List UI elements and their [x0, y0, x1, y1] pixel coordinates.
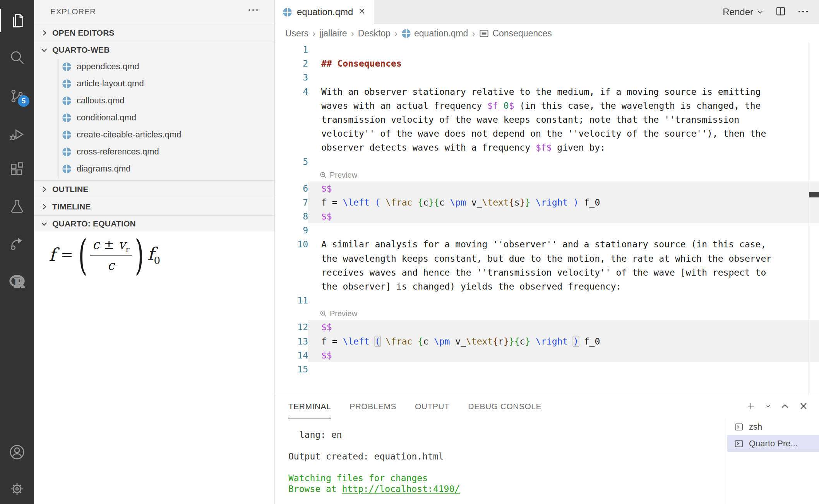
panel-tab-debug-console[interactable]: DEBUG CONSOLE: [468, 395, 541, 418]
line-content[interactable]: [308, 362, 819, 376]
explorer-icon[interactable]: [0, 9, 34, 32]
editor-line: 14$$: [275, 348, 819, 362]
file-list: appendices.qmdarticle-layout.qmdcallouts…: [34, 58, 274, 177]
open-editors-section[interactable]: OPEN EDITORS: [34, 24, 274, 41]
panel-tab-problems[interactable]: PROBLEMS: [350, 395, 396, 418]
explorer-more-actions-icon[interactable]: [247, 7, 259, 14]
panel-tab-terminal[interactable]: TERMINAL: [288, 395, 331, 418]
equation-rhs: f0: [147, 243, 160, 266]
close-panel-icon[interactable]: [798, 401, 809, 413]
line-number: [275, 307, 308, 320]
outline-section[interactable]: OUTLINE: [34, 180, 274, 197]
new-terminal-icon[interactable]: [745, 401, 756, 413]
line-content[interactable]: [308, 70, 819, 84]
svg-text:R: R: [14, 276, 25, 291]
account-icon[interactable]: [0, 441, 34, 464]
terminal-output[interactable]: lang: enOutput created: equation.htmlWat…: [275, 418, 727, 504]
breadcrumb-item[interactable]: Consequences: [492, 28, 552, 39]
editor-line: 1: [275, 43, 819, 57]
run-debug-icon[interactable]: [0, 123, 34, 146]
line-content[interactable]: $$: [308, 182, 819, 195]
line-content[interactable]: velocity'' of the wave does not depend o…: [308, 127, 819, 141]
editor-group: equation.qmd Render Users›jjallaire›Desk…: [275, 0, 819, 504]
tab-bar: equation.qmd Render: [275, 0, 819, 24]
equation-lhs: f: [49, 244, 55, 265]
line-number: [275, 252, 308, 266]
file-name: article-layout.qmd: [77, 79, 144, 89]
breadcrumb-separator: ›: [472, 28, 475, 39]
terminal-line: lang: en: [288, 429, 727, 440]
timeline-section[interactable]: TIMELINE: [34, 198, 274, 215]
terminal-text: Browse at: [288, 484, 342, 494]
line-content[interactable]: f = \left ( \frac {c}{c \pm v_\text{s}} …: [308, 195, 819, 209]
quarto-file-icon: [62, 164, 72, 174]
render-button[interactable]: Render: [723, 7, 764, 17]
line-content[interactable]: [308, 293, 819, 307]
quarto-file-icon: [283, 7, 292, 17]
quarto-equation-section[interactable]: QUARTO: EQUATION: [34, 215, 274, 231]
editor-line: the observer] is changed) yields the obs…: [275, 279, 819, 293]
file-item[interactable]: conditional.qmd: [34, 109, 274, 126]
terminal-link[interactable]: http://localhost:4190/: [342, 484, 460, 494]
file-item[interactable]: cross-references.qmd: [34, 143, 274, 160]
line-content[interactable]: the wavelength keeps constant, but due t…: [308, 252, 819, 266]
r-language-icon[interactable]: R: [0, 270, 34, 293]
line-content[interactable]: transmission velocity of the wave keeps …: [308, 113, 819, 127]
line-content[interactable]: the observer] is changed) yields the obs…: [308, 279, 819, 293]
line-content[interactable]: observer detects waves with a frequency …: [308, 141, 819, 154]
quarto-file-icon: [283, 7, 292, 17]
tab-equation-qmd[interactable]: equation.qmd: [275, 0, 374, 24]
preview-codelens[interactable]: Preview: [308, 307, 819, 320]
terminal-text: Output created: equation.html: [288, 451, 444, 461]
line-content[interactable]: A similar analysis for a moving ''observ…: [308, 237, 819, 251]
file-item[interactable]: appendices.qmd: [34, 58, 274, 75]
chevron-right-icon: [40, 185, 48, 194]
split-editor-icon[interactable]: [775, 5, 786, 19]
file-item[interactable]: article-layout.qmd: [34, 75, 274, 92]
line-number: [275, 279, 308, 293]
breadcrumb-item[interactable]: Users: [285, 28, 308, 39]
sidebar-title: EXPLORER: [50, 7, 96, 16]
quarto-file-icon: [62, 130, 72, 140]
settings-gear-icon[interactable]: [0, 477, 34, 501]
editor-line: 2## Consequences: [275, 57, 819, 70]
terminal-instance[interactable]: Quarto Pre...: [727, 435, 819, 452]
editor-line: 12$$: [275, 320, 819, 334]
line-content[interactable]: waves with an actual frequency $f_0$ (in…: [308, 99, 819, 113]
line-content[interactable]: With an observer stationary relative to …: [308, 85, 819, 99]
tab-close-icon[interactable]: [358, 7, 366, 17]
workspace-section[interactable]: QUARTO-WEB: [34, 41, 274, 58]
file-item[interactable]: callouts.qmd: [34, 92, 274, 109]
preview-codelens[interactable]: Preview: [308, 169, 819, 182]
breadcrumb-item[interactable]: jjallaire: [319, 28, 347, 39]
line-content[interactable]: $$: [308, 348, 819, 362]
overview-ruler-cursor-marker[interactable]: [809, 192, 819, 197]
file-item[interactable]: diagrams.qmd: [34, 160, 274, 177]
terminal-instance[interactable]: zsh: [727, 418, 819, 435]
line-number: 11: [275, 293, 308, 307]
text-editor[interactable]: 12## Consequences34With an observer stat…: [275, 43, 819, 395]
maximize-panel-icon[interactable]: [780, 401, 790, 413]
breadcrumb-item[interactable]: Desktop: [358, 28, 391, 39]
chevron-down-icon: [756, 8, 764, 16]
line-content[interactable]: $$: [308, 209, 819, 223]
source-control-icon[interactable]: 5: [0, 84, 34, 108]
panel-tab-output[interactable]: OUTPUT: [415, 395, 449, 418]
file-item[interactable]: create-citeable-articles.qmd: [34, 126, 274, 143]
terminal-dropdown-icon[interactable]: [764, 402, 772, 411]
extensions-icon[interactable]: [0, 158, 34, 181]
line-content[interactable]: [308, 223, 819, 237]
line-content[interactable]: [308, 43, 819, 57]
quarto-publish-icon[interactable]: [0, 232, 34, 255]
breadcrumb-item[interactable]: equation.qmd: [414, 28, 468, 39]
terminal-instance-name: zsh: [749, 422, 762, 432]
editor-line: 11: [275, 293, 819, 307]
editor-more-actions-icon[interactable]: [797, 9, 809, 15]
line-content[interactable]: $$: [308, 320, 819, 334]
line-content[interactable]: receives waves and hence the ''transmiss…: [308, 266, 819, 279]
search-icon[interactable]: [0, 46, 34, 69]
line-content[interactable]: [308, 155, 819, 169]
line-content[interactable]: ## Consequences: [308, 57, 819, 70]
testing-icon[interactable]: [0, 195, 34, 218]
line-content[interactable]: f = \left ( \frac {c \pm v_\text{r}}{c} …: [308, 334, 819, 348]
